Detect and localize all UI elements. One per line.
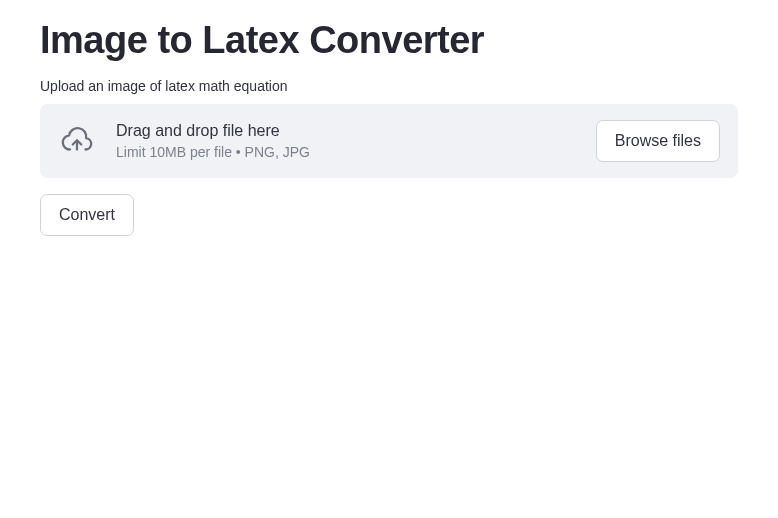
- uploader-label: Upload an image of latex math equation: [40, 78, 738, 94]
- cloud-upload-icon: [58, 122, 96, 160]
- page-title: Image to Latex Converter: [40, 18, 738, 64]
- dropzone-info: Drag and drop file here Limit 10MB per f…: [58, 122, 310, 160]
- convert-button[interactable]: Convert: [40, 194, 134, 236]
- browse-files-button[interactable]: Browse files: [596, 120, 720, 162]
- file-dropzone[interactable]: Drag and drop file here Limit 10MB per f…: [40, 104, 738, 178]
- dropzone-hint: Limit 10MB per file • PNG, JPG: [116, 144, 310, 160]
- dropzone-text-group: Drag and drop file here Limit 10MB per f…: [116, 122, 310, 160]
- dropzone-title: Drag and drop file here: [116, 122, 310, 140]
